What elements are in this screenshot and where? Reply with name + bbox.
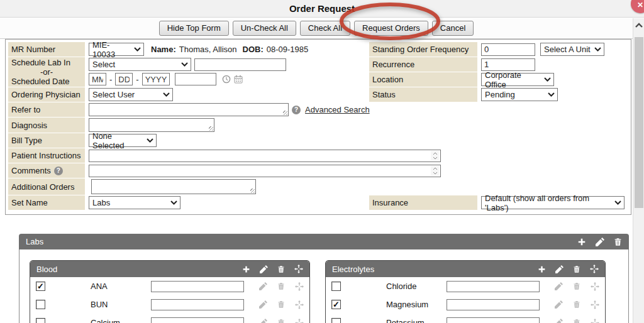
- advanced-search-link[interactable]: Advanced Search: [305, 105, 370, 114]
- mr-number-select[interactable]: MIE-10033: [89, 43, 144, 56]
- date-month-input[interactable]: [89, 73, 106, 85]
- edit-pencil-icon[interactable]: [596, 238, 604, 246]
- refer-to-row: Refer to ? Advanced Search: [8, 102, 628, 117]
- trash-icon[interactable]: [573, 265, 580, 273]
- schedule-label: Schedule Lab In -or- Scheduled Date: [8, 57, 85, 87]
- diagnosis-row: Diagnosis: [8, 118, 628, 133]
- order-value-input[interactable]: [151, 317, 244, 323]
- order-label: Calcium: [91, 318, 151, 323]
- help-icon[interactable]: ?: [292, 106, 301, 114]
- refer-to-textarea[interactable]: [89, 103, 289, 116]
- spinner-down-icon[interactable]: [433, 156, 438, 160]
- location-select[interactable]: Corporate Office: [481, 73, 554, 86]
- check-all-button[interactable]: Check All: [300, 21, 350, 36]
- order-value-input[interactable]: [447, 281, 540, 292]
- add-icon[interactable]: [242, 265, 250, 273]
- trash-icon: [573, 300, 580, 309]
- recurrence-label: Recurrence: [369, 57, 477, 72]
- insurance-select[interactable]: Default (show all orders from 'Labs'): [481, 196, 625, 209]
- order-checkbox[interactable]: [331, 318, 341, 323]
- status-row: Status Pending: [369, 87, 628, 102]
- schedule-lab-in-value-input[interactable]: [194, 58, 286, 71]
- ordering-physician-select[interactable]: Select User: [89, 88, 173, 101]
- status-select[interactable]: Pending: [481, 88, 558, 101]
- date-day-input[interactable]: [115, 73, 133, 85]
- add-icon[interactable]: [577, 238, 586, 246]
- add-icon[interactable]: [538, 265, 546, 273]
- order-label: Potassium: [386, 318, 447, 323]
- insurance-row: Insurance Default (show all orders from …: [369, 195, 628, 210]
- edit-pencil-icon[interactable]: [260, 265, 268, 273]
- chevron-down-icon: [544, 77, 551, 82]
- order-value-input[interactable]: [447, 299, 540, 310]
- location-label: Location: [369, 72, 477, 87]
- recurrence-input[interactable]: [481, 58, 535, 71]
- scrollbar-thumb[interactable]: [635, 37, 643, 208]
- date-time-input[interactable]: [175, 73, 216, 85]
- patient-instructions-label: Patient Instructions: [8, 148, 85, 163]
- move-icon: [591, 282, 599, 291]
- blood-panel-title: Blood: [36, 265, 57, 274]
- help-icon[interactable]: ?: [54, 167, 63, 175]
- date-year-input[interactable]: [142, 73, 170, 85]
- comments-row: Comments ?: [8, 163, 628, 178]
- cancel-button[interactable]: Cancel: [432, 21, 474, 36]
- spinner-up-icon[interactable]: [433, 152, 438, 155]
- chevron-down-icon: [594, 47, 601, 52]
- lab-order-row: ✓ Magnesium: [326, 295, 605, 314]
- order-label: Magnesium: [386, 300, 447, 309]
- blood-panel: Blood ✓ ANA BUN: [30, 260, 310, 323]
- order-label: ANA: [91, 282, 151, 291]
- diagnosis-textarea[interactable]: [89, 118, 214, 132]
- status-label: Status: [369, 87, 477, 102]
- trash-icon: [573, 282, 580, 290]
- order-checkbox[interactable]: [331, 282, 341, 291]
- patient-instructions-input[interactable]: [89, 150, 441, 162]
- bill-type-select[interactable]: None Selected: [89, 134, 157, 147]
- move-icon[interactable]: [590, 265, 599, 273]
- name-label: Name:: [151, 45, 176, 54]
- schedule-lab-in-select[interactable]: Select: [89, 58, 191, 71]
- mr-number-label: MR Number: [8, 42, 85, 57]
- chevron-down-icon: [548, 92, 555, 97]
- order-value-input[interactable]: [151, 281, 244, 292]
- check-icon: ✓: [37, 282, 44, 290]
- standing-order-frequency-label: Standing Order Frequency: [369, 42, 477, 57]
- labs-section-title: Labs: [26, 237, 43, 246]
- clock-icon[interactable]: [222, 75, 231, 84]
- edit-pencil-icon[interactable]: [555, 265, 564, 273]
- order-checkbox[interactable]: ✓: [331, 300, 341, 309]
- scrollbar-up-button[interactable]: [633, 18, 644, 32]
- spinner-up-icon[interactable]: [433, 167, 438, 170]
- set-name-select[interactable]: Labs: [89, 196, 180, 209]
- order-value-input[interactable]: [447, 317, 540, 323]
- trash-icon[interactable]: [277, 265, 285, 273]
- vertical-scrollbar[interactable]: [633, 18, 644, 323]
- lab-order-row: Chloride: [326, 277, 605, 295]
- order-request-form: MR Number MIE-10033 Name: Thomas, Alliso…: [5, 39, 631, 215]
- move-icon[interactable]: [294, 265, 303, 273]
- trash-icon[interactable]: [614, 238, 622, 246]
- refer-to-label: Refer to: [8, 102, 85, 117]
- request-orders-button[interactable]: Request Orders: [354, 21, 428, 36]
- form-right-column: Standing Order Frequency Select A Unit R…: [369, 42, 628, 102]
- order-checkbox[interactable]: [36, 300, 45, 309]
- chevron-down-icon: [181, 62, 188, 67]
- lab-order-row: ✓ ANA: [30, 277, 309, 295]
- hide-top-form-button[interactable]: Hide Top Form: [159, 21, 229, 36]
- uncheck-all-button[interactable]: Un-Check All: [233, 21, 296, 36]
- edit-pencil-icon: [259, 300, 267, 309]
- unit-select[interactable]: Select A Unit: [540, 43, 604, 56]
- standing-order-frequency-input[interactable]: [481, 43, 535, 56]
- calendar-icon[interactable]: [234, 75, 243, 84]
- electrolytes-panel-header: Electrolytes: [326, 261, 605, 277]
- labs-section-header: Labs: [19, 234, 629, 249]
- title-bar: Order Request: [0, 0, 644, 18]
- edit-pencil-icon: [259, 282, 267, 290]
- order-checkbox[interactable]: ✓: [36, 282, 45, 291]
- additional-orders-textarea[interactable]: [91, 179, 256, 194]
- spinner-down-icon[interactable]: [433, 172, 438, 175]
- order-value-input[interactable]: [151, 299, 244, 310]
- comments-input[interactable]: [89, 165, 441, 177]
- order-checkbox[interactable]: [36, 318, 45, 323]
